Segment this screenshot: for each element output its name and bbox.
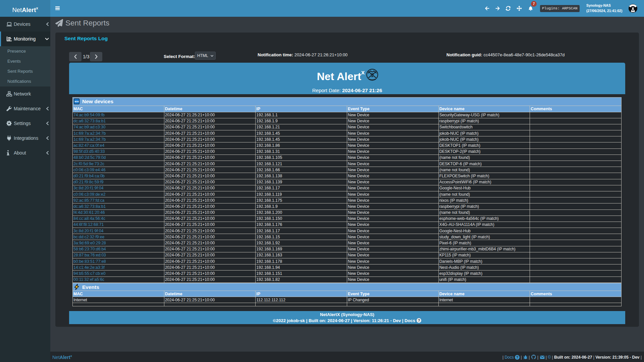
svg-text:?: ?	[516, 355, 519, 359]
svg-text:?: ?	[418, 318, 420, 322]
svg-text:NEW: NEW	[74, 101, 79, 103]
